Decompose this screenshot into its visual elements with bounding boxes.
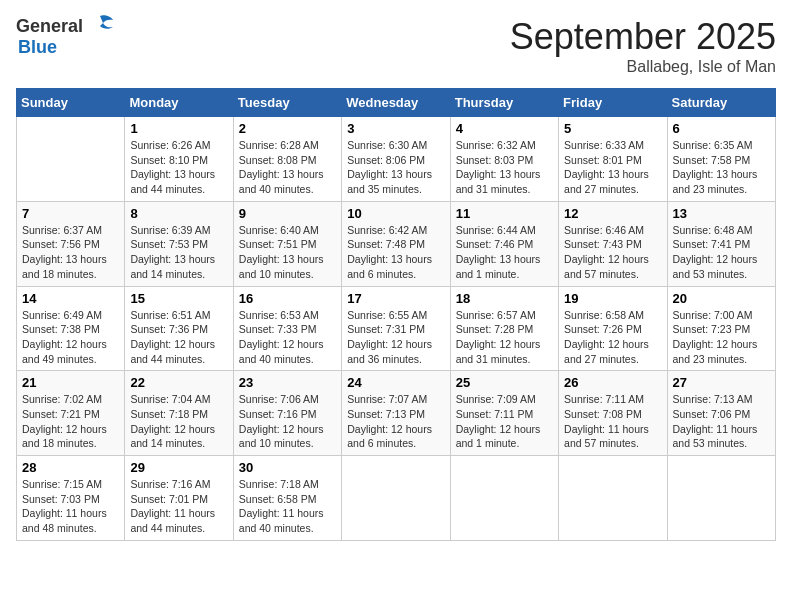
calendar-week-0: 1Sunrise: 6:26 AM Sunset: 8:10 PM Daylig… [17,117,776,202]
day-number: 3 [347,121,444,136]
calendar-cell: 26Sunrise: 7:11 AM Sunset: 7:08 PM Dayli… [559,371,667,456]
day-number: 2 [239,121,336,136]
calendar-cell [450,456,558,541]
day-number: 8 [130,206,227,221]
day-info: Sunrise: 6:42 AM Sunset: 7:48 PM Dayligh… [347,223,444,282]
day-number: 7 [22,206,119,221]
header-sunday: Sunday [17,89,125,117]
calendar-cell: 23Sunrise: 7:06 AM Sunset: 7:16 PM Dayli… [233,371,341,456]
day-number: 18 [456,291,553,306]
calendar-cell: 17Sunrise: 6:55 AM Sunset: 7:31 PM Dayli… [342,286,450,371]
day-info: Sunrise: 7:00 AM Sunset: 7:23 PM Dayligh… [673,308,770,367]
day-info: Sunrise: 7:11 AM Sunset: 7:08 PM Dayligh… [564,392,661,451]
day-info: Sunrise: 6:28 AM Sunset: 8:08 PM Dayligh… [239,138,336,197]
calendar-cell [559,456,667,541]
day-number: 26 [564,375,661,390]
day-number: 20 [673,291,770,306]
day-number: 24 [347,375,444,390]
calendar-week-4: 28Sunrise: 7:15 AM Sunset: 7:03 PM Dayli… [17,456,776,541]
calendar-cell: 29Sunrise: 7:16 AM Sunset: 7:01 PM Dayli… [125,456,233,541]
logo-bird-icon [85,14,115,38]
day-info: Sunrise: 7:04 AM Sunset: 7:18 PM Dayligh… [130,392,227,451]
month-title: September 2025 [510,16,776,58]
day-number: 17 [347,291,444,306]
calendar-week-1: 7Sunrise: 6:37 AM Sunset: 7:56 PM Daylig… [17,201,776,286]
day-info: Sunrise: 7:09 AM Sunset: 7:11 PM Dayligh… [456,392,553,451]
day-number: 10 [347,206,444,221]
calendar-cell: 5Sunrise: 6:33 AM Sunset: 8:01 PM Daylig… [559,117,667,202]
day-info: Sunrise: 6:46 AM Sunset: 7:43 PM Dayligh… [564,223,661,282]
day-number: 14 [22,291,119,306]
calendar-cell: 24Sunrise: 7:07 AM Sunset: 7:13 PM Dayli… [342,371,450,456]
page-header: General Blue September 2025 Ballabeg, Is… [16,16,776,76]
calendar-cell: 21Sunrise: 7:02 AM Sunset: 7:21 PM Dayli… [17,371,125,456]
day-number: 27 [673,375,770,390]
logo: General Blue [16,16,115,58]
calendar-week-3: 21Sunrise: 7:02 AM Sunset: 7:21 PM Dayli… [17,371,776,456]
day-number: 30 [239,460,336,475]
calendar-cell: 16Sunrise: 6:53 AM Sunset: 7:33 PM Dayli… [233,286,341,371]
day-number: 23 [239,375,336,390]
day-info: Sunrise: 6:55 AM Sunset: 7:31 PM Dayligh… [347,308,444,367]
day-info: Sunrise: 6:44 AM Sunset: 7:46 PM Dayligh… [456,223,553,282]
day-number: 12 [564,206,661,221]
calendar-cell: 28Sunrise: 7:15 AM Sunset: 7:03 PM Dayli… [17,456,125,541]
day-info: Sunrise: 6:58 AM Sunset: 7:26 PM Dayligh… [564,308,661,367]
day-info: Sunrise: 6:51 AM Sunset: 7:36 PM Dayligh… [130,308,227,367]
day-number: 4 [456,121,553,136]
day-info: Sunrise: 6:35 AM Sunset: 7:58 PM Dayligh… [673,138,770,197]
header-monday: Monday [125,89,233,117]
day-number: 28 [22,460,119,475]
day-number: 1 [130,121,227,136]
day-info: Sunrise: 6:39 AM Sunset: 7:53 PM Dayligh… [130,223,227,282]
calendar-cell: 3Sunrise: 6:30 AM Sunset: 8:06 PM Daylig… [342,117,450,202]
calendar-table: SundayMondayTuesdayWednesdayThursdayFrid… [16,88,776,541]
calendar-cell [342,456,450,541]
calendar-cell: 4Sunrise: 6:32 AM Sunset: 8:03 PM Daylig… [450,117,558,202]
day-info: Sunrise: 6:48 AM Sunset: 7:41 PM Dayligh… [673,223,770,282]
day-info: Sunrise: 6:30 AM Sunset: 8:06 PM Dayligh… [347,138,444,197]
day-number: 29 [130,460,227,475]
day-info: Sunrise: 6:40 AM Sunset: 7:51 PM Dayligh… [239,223,336,282]
calendar-cell: 18Sunrise: 6:57 AM Sunset: 7:28 PM Dayli… [450,286,558,371]
day-number: 15 [130,291,227,306]
calendar-cell: 8Sunrise: 6:39 AM Sunset: 7:53 PM Daylig… [125,201,233,286]
calendar-cell: 22Sunrise: 7:04 AM Sunset: 7:18 PM Dayli… [125,371,233,456]
day-number: 25 [456,375,553,390]
day-info: Sunrise: 7:16 AM Sunset: 7:01 PM Dayligh… [130,477,227,536]
day-info: Sunrise: 7:13 AM Sunset: 7:06 PM Dayligh… [673,392,770,451]
calendar-cell: 19Sunrise: 6:58 AM Sunset: 7:26 PM Dayli… [559,286,667,371]
day-number: 21 [22,375,119,390]
calendar-cell [17,117,125,202]
day-info: Sunrise: 6:26 AM Sunset: 8:10 PM Dayligh… [130,138,227,197]
calendar-cell: 15Sunrise: 6:51 AM Sunset: 7:36 PM Dayli… [125,286,233,371]
location: Ballabeg, Isle of Man [510,58,776,76]
calendar-cell: 2Sunrise: 6:28 AM Sunset: 8:08 PM Daylig… [233,117,341,202]
day-number: 11 [456,206,553,221]
day-info: Sunrise: 6:33 AM Sunset: 8:01 PM Dayligh… [564,138,661,197]
header-thursday: Thursday [450,89,558,117]
day-info: Sunrise: 7:18 AM Sunset: 6:58 PM Dayligh… [239,477,336,536]
calendar-cell: 1Sunrise: 6:26 AM Sunset: 8:10 PM Daylig… [125,117,233,202]
header-friday: Friday [559,89,667,117]
day-info: Sunrise: 6:57 AM Sunset: 7:28 PM Dayligh… [456,308,553,367]
day-info: Sunrise: 6:37 AM Sunset: 7:56 PM Dayligh… [22,223,119,282]
day-number: 22 [130,375,227,390]
calendar-cell: 20Sunrise: 7:00 AM Sunset: 7:23 PM Dayli… [667,286,775,371]
day-info: Sunrise: 6:32 AM Sunset: 8:03 PM Dayligh… [456,138,553,197]
day-info: Sunrise: 6:53 AM Sunset: 7:33 PM Dayligh… [239,308,336,367]
day-info: Sunrise: 7:06 AM Sunset: 7:16 PM Dayligh… [239,392,336,451]
day-number: 5 [564,121,661,136]
calendar-cell: 25Sunrise: 7:09 AM Sunset: 7:11 PM Dayli… [450,371,558,456]
calendar-week-2: 14Sunrise: 6:49 AM Sunset: 7:38 PM Dayli… [17,286,776,371]
day-info: Sunrise: 6:49 AM Sunset: 7:38 PM Dayligh… [22,308,119,367]
calendar-cell: 10Sunrise: 6:42 AM Sunset: 7:48 PM Dayli… [342,201,450,286]
header-saturday: Saturday [667,89,775,117]
calendar-cell: 30Sunrise: 7:18 AM Sunset: 6:58 PM Dayli… [233,456,341,541]
calendar-cell: 27Sunrise: 7:13 AM Sunset: 7:06 PM Dayli… [667,371,775,456]
calendar-cell: 11Sunrise: 6:44 AM Sunset: 7:46 PM Dayli… [450,201,558,286]
day-info: Sunrise: 7:02 AM Sunset: 7:21 PM Dayligh… [22,392,119,451]
title-block: September 2025 Ballabeg, Isle of Man [510,16,776,76]
calendar-cell: 7Sunrise: 6:37 AM Sunset: 7:56 PM Daylig… [17,201,125,286]
calendar-cell: 13Sunrise: 6:48 AM Sunset: 7:41 PM Dayli… [667,201,775,286]
